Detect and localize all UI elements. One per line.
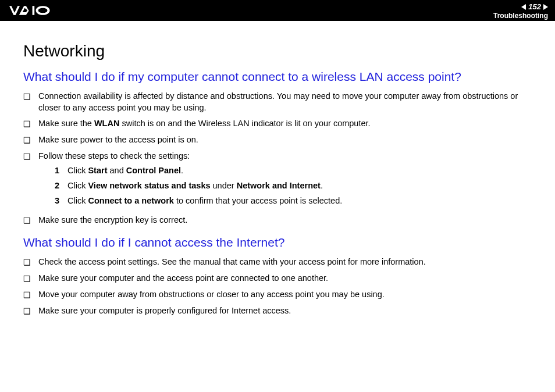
item-text: Make sure the encryption key is correct. xyxy=(38,215,532,226)
item-text: Follow these steps to check the settings… xyxy=(38,151,532,210)
checkbox-bullet-icon: ❑ xyxy=(23,151,38,162)
step-number: 2 xyxy=(55,180,67,192)
vaio-logo xyxy=(8,4,66,17)
svg-rect-0 xyxy=(33,6,35,15)
page-number: 152 xyxy=(528,2,541,11)
step-text: Click View network status and tasks unde… xyxy=(67,180,323,192)
checkbox-bullet-icon: ❑ xyxy=(23,305,38,317)
item-text: Make sure your computer and the access p… xyxy=(38,273,532,284)
list-item: ❑ Connection availability is affected by… xyxy=(23,91,532,113)
checkbox-bullet-icon: ❑ xyxy=(23,91,38,102)
item-text: Make sure the WLAN switch is on and the … xyxy=(38,118,532,130)
prev-page-arrow-icon[interactable] xyxy=(521,4,526,10)
item-text: Make sure your computer is properly conf… xyxy=(38,305,532,317)
question-heading-2: What should I do if I cannot access the … xyxy=(23,236,532,250)
step-number: 1 xyxy=(55,165,67,177)
step-text: Click Connect to a network to confirm th… xyxy=(67,195,342,207)
list-item: ❑ Make sure your computer and the access… xyxy=(23,273,532,284)
item-text: Make sure power to the access point is o… xyxy=(38,134,532,146)
list-item: ❑ Make sure power to the access point is… xyxy=(23,134,532,146)
section-name: Troubleshooting xyxy=(493,12,548,20)
page-content: Networking What should I do if my comput… xyxy=(0,21,555,317)
step-item: 1 Click Start and Control Panel. xyxy=(55,165,532,177)
list-item: ❑ Make sure the WLAN switch is on and th… xyxy=(23,118,532,130)
checkbox-bullet-icon: ❑ xyxy=(23,134,38,146)
checkbox-bullet-icon: ❑ xyxy=(23,118,38,130)
checkbox-bullet-icon: ❑ xyxy=(23,273,38,284)
list-item: ❑ Make sure the encryption key is correc… xyxy=(23,215,532,226)
checkbox-bullet-icon: ❑ xyxy=(23,256,38,268)
steps-list: 1 Click Start and Control Panel. 2 Click… xyxy=(38,165,532,206)
step-item: 2 Click View network status and tasks un… xyxy=(55,180,532,192)
list-item: ❑ Check the access point settings. See t… xyxy=(23,256,532,268)
list-item: ❑ Follow these steps to check the settin… xyxy=(23,151,532,210)
step-item: 3 Click Connect to a network to confirm … xyxy=(55,195,532,207)
list-item: ❑ Move your computer away from obstructi… xyxy=(23,289,532,301)
q2-list: ❑ Check the access point settings. See t… xyxy=(23,256,532,317)
step-text: Click Start and Control Panel. xyxy=(67,165,183,177)
question-heading-1: What should I do if my computer cannot c… xyxy=(23,70,532,84)
step-number: 3 xyxy=(55,195,67,207)
header-bar: 152 Troubleshooting xyxy=(0,0,555,21)
item-text: Check the access point settings. See the… xyxy=(38,256,532,268)
item-text: Move your computer away from obstruction… xyxy=(38,289,532,301)
checkbox-bullet-icon: ❑ xyxy=(23,289,38,301)
page-nav: 152 xyxy=(521,2,548,11)
q1-list: ❑ Connection availability is affected by… xyxy=(23,91,532,226)
next-page-arrow-icon[interactable] xyxy=(543,4,548,10)
header-right: 152 Troubleshooting xyxy=(493,1,548,20)
item-text: Connection availability is affected by d… xyxy=(38,91,532,113)
page-title: Networking xyxy=(23,42,532,60)
list-item: ❑ Make sure your computer is properly co… xyxy=(23,305,532,317)
checkbox-bullet-icon: ❑ xyxy=(23,215,38,226)
